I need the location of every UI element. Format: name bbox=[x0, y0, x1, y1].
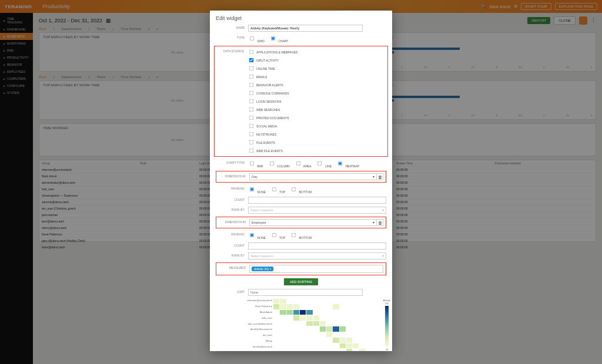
type-grid-radio[interactable]: GRID bbox=[248, 35, 265, 43]
label-count: COUNT bbox=[216, 197, 248, 201]
label-data-source: DATA SOURCE bbox=[217, 48, 248, 53]
heatmap-preview: sherman@omniscitechDave PattersonMark Ad… bbox=[239, 299, 392, 351]
edit-widget-modal: Edit widget NAME TYPE GRID CHART DATA SO… bbox=[210, 11, 392, 351]
measures-input[interactable]: Activity (%) × bbox=[249, 265, 383, 273]
rank-none[interactable]: NONE bbox=[248, 186, 266, 194]
label-limit: LIMIT bbox=[216, 289, 248, 294]
name-input[interactable] bbox=[248, 25, 363, 32]
measure-tag[interactable]: Activity (%) × bbox=[252, 267, 273, 271]
label-measures: MEASURES bbox=[219, 265, 249, 269]
rankby2-select[interactable]: Select measure...▾ bbox=[248, 252, 386, 259]
rank2-bottom[interactable]: BOTTOM bbox=[290, 231, 312, 240]
data-source-option[interactable]: APPLICATIONS & WEBPAGES bbox=[248, 48, 385, 56]
label-ranking: RANKING bbox=[216, 186, 248, 190]
data-source-option[interactable]: KEYSTROKES bbox=[248, 130, 385, 138]
rankby-select[interactable]: Select measure...▾ bbox=[248, 207, 386, 214]
data-source-option[interactable]: FILE EVENTS bbox=[248, 139, 385, 146]
label-type: TYPE bbox=[216, 35, 248, 39]
rank-top[interactable]: TOP bbox=[270, 186, 286, 194]
data-source-option[interactable]: LOGIN SESSIONS bbox=[248, 97, 385, 105]
modal-title: Edit widget bbox=[216, 15, 386, 21]
data-source-option[interactable]: EMAILS bbox=[248, 73, 385, 80]
count-input[interactable] bbox=[248, 197, 386, 204]
data-source-option[interactable]: BEHAVIOR ALERTS bbox=[248, 81, 385, 89]
data-source-option[interactable]: WEB SEARCHES bbox=[248, 106, 385, 113]
dim2-delete-icon[interactable]: 🗑 bbox=[376, 219, 383, 226]
label-rankby-2: RANK BY bbox=[216, 252, 248, 257]
ct-area[interactable]: AREA bbox=[295, 160, 312, 168]
label-rankby: RANK BY bbox=[216, 207, 248, 211]
data-source-option[interactable]: CONSOLE COMMANDS bbox=[248, 89, 385, 97]
label-name: NAME bbox=[216, 25, 248, 29]
ct-bar[interactable]: BAR bbox=[248, 160, 263, 168]
data-source-option[interactable]: PRINTED DOCUMENTS bbox=[248, 114, 385, 122]
count2-input[interactable] bbox=[248, 242, 386, 250]
data-source-option[interactable]: WEB FILE EVENTS bbox=[248, 147, 385, 154]
label-dim2: DIMENSION #2 bbox=[219, 219, 249, 224]
legend-gradient bbox=[385, 306, 389, 347]
label-chart-type: CHART TYPE bbox=[216, 160, 248, 164]
label-count-2: COUNT bbox=[216, 242, 248, 247]
rank2-none[interactable]: NONE bbox=[248, 231, 266, 240]
legend-title: Activity (%) bbox=[382, 299, 392, 305]
data-source-option[interactable]: INPUT ACTIVITY bbox=[248, 56, 385, 64]
ct-column[interactable]: COLUMN bbox=[268, 160, 290, 168]
label-dim1: DIMENSION #1 bbox=[219, 173, 249, 178]
dim1-select[interactable]: Day▾ bbox=[249, 173, 377, 180]
rank2-top[interactable]: TOP bbox=[270, 231, 286, 240]
data-source-option[interactable]: ONLINE TIME bbox=[248, 65, 385, 72]
modal-overlay: Edit widget NAME TYPE GRID CHART DATA SO… bbox=[0, 0, 602, 364]
data-source-option[interactable]: SOCIAL MEDIA bbox=[248, 122, 385, 130]
dim2-select[interactable]: Employee▾ bbox=[249, 219, 377, 226]
type-chart-radio[interactable]: CHART bbox=[269, 35, 289, 43]
dim1-delete-icon[interactable]: 🗑 bbox=[376, 173, 383, 180]
ct-line[interactable]: LINE bbox=[316, 160, 332, 168]
ct-heatmap[interactable]: HEATMAP bbox=[336, 160, 359, 168]
rank-bottom[interactable]: BOTTOM bbox=[290, 186, 312, 194]
limit-input[interactable] bbox=[248, 289, 363, 296]
label-ranking-2: RANKING bbox=[216, 231, 248, 236]
add-sorting-button[interactable]: ADD SORTING bbox=[284, 278, 318, 285]
